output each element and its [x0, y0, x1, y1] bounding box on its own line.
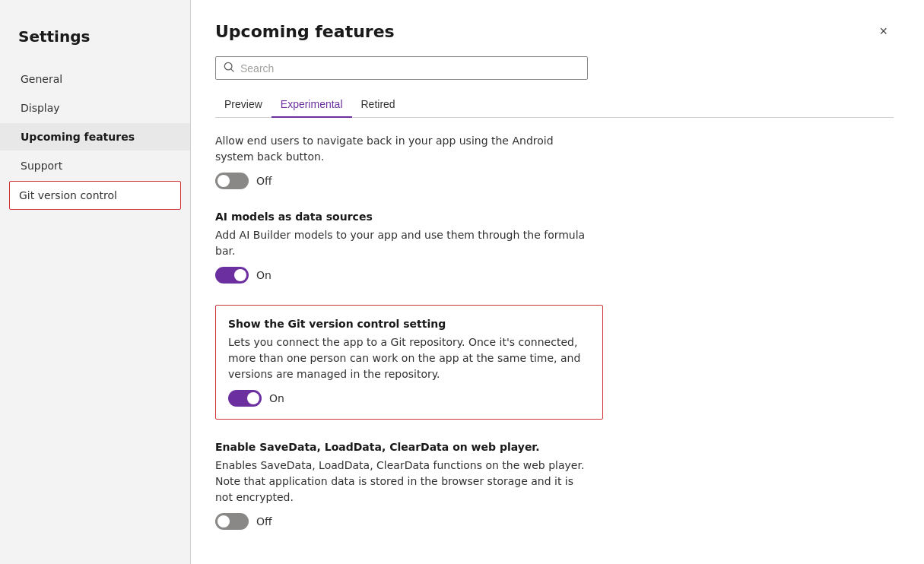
search-container: [215, 56, 894, 80]
page-title: Upcoming features: [215, 22, 395, 41]
feature-section-android-back-button: Allow end users to navigate back in your…: [215, 133, 894, 189]
features-container: Allow end users to navigate back in your…: [215, 133, 894, 530]
toggle-row-ai-models-data-sources: On: [215, 267, 894, 284]
tab-retired[interactable]: Retired: [352, 92, 405, 118]
feature-title-savedata-loaddata: Enable SaveData, LoadData, ClearData on …: [215, 441, 894, 453]
sidebar-item-display[interactable]: Display: [0, 94, 190, 122]
feature-title-ai-models-data-sources: AI models as data sources: [215, 211, 894, 223]
search-icon: [224, 62, 234, 74]
feature-section-ai-models-data-sources: AI models as data sourcesAdd AI Builder …: [215, 211, 894, 284]
toggle-savedata-loaddata[interactable]: [215, 513, 249, 530]
feature-title-git-version-control-setting: Show the Git version control setting: [228, 318, 590, 330]
feature-section-savedata-loaddata: Enable SaveData, LoadData, ClearData on …: [215, 441, 894, 530]
feature-box-git-version-control-setting: Show the Git version control settingLets…: [215, 305, 603, 420]
feature-description-git-version-control-setting: Lets you connect the app to a Git reposi…: [228, 334, 590, 382]
tab-preview[interactable]: Preview: [215, 92, 271, 118]
toggle-row-savedata-loaddata: Off: [215, 513, 894, 530]
feature-description-savedata-loaddata: Enables SaveData, LoadData, ClearData fu…: [215, 458, 588, 505]
sidebar-item-git-version-control[interactable]: Git version control: [9, 181, 181, 210]
toggle-git-version-control-setting[interactable]: [228, 390, 262, 407]
toggle-label-android-back-button: Off: [256, 175, 272, 187]
toggle-android-back-button[interactable]: [215, 173, 249, 189]
search-box: [215, 56, 588, 80]
toggle-thumb-android-back-button: [218, 175, 230, 187]
sidebar-item-general[interactable]: General: [0, 65, 190, 93]
toggle-label-ai-models-data-sources: On: [256, 269, 271, 281]
sidebar: Settings GeneralDisplayUpcoming features…: [0, 0, 190, 564]
search-input[interactable]: [240, 62, 579, 74]
sidebar-item-support[interactable]: Support: [0, 152, 190, 179]
toggle-thumb-ai-models-data-sources: [234, 269, 246, 281]
close-button[interactable]: ×: [873, 21, 894, 41]
toggle-row-android-back-button: Off: [215, 173, 894, 189]
tabs-container: PreviewExperimentalRetired: [215, 92, 894, 118]
feature-description-ai-models-data-sources: Add AI Builder models to your app and us…: [215, 227, 588, 259]
toggle-row-git-version-control-setting: On: [228, 390, 590, 407]
main-content: Upcoming features × PreviewExperimentalR…: [191, 0, 924, 564]
main-header: Upcoming features ×: [215, 21, 894, 41]
svg-line-1: [231, 69, 234, 72]
tab-experimental[interactable]: Experimental: [271, 92, 352, 118]
sidebar-item-upcoming-features[interactable]: Upcoming features: [0, 123, 190, 151]
toggle-thumb-savedata-loaddata: [218, 515, 230, 528]
toggle-ai-models-data-sources[interactable]: [215, 267, 249, 284]
feature-description-android-back-button: Allow end users to navigate back in your…: [215, 133, 588, 165]
sidebar-title: Settings: [0, 15, 190, 64]
toggle-label-git-version-control-setting: On: [269, 392, 284, 404]
sidebar-nav: GeneralDisplayUpcoming featuresSupportGi…: [0, 65, 190, 210]
toggle-thumb-git-version-control-setting: [247, 392, 259, 404]
toggle-label-savedata-loaddata: Off: [256, 515, 272, 528]
